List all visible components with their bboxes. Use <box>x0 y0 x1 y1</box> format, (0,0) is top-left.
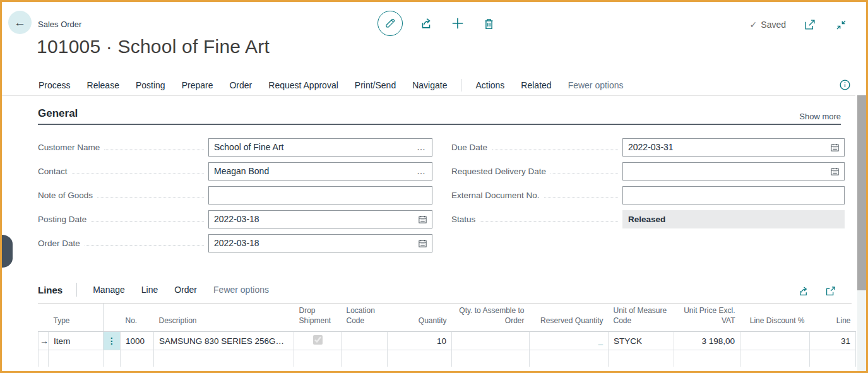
menu-fewer-options[interactable]: Fewer options <box>560 80 632 90</box>
customer-name-label: Customer Name <box>38 143 100 152</box>
menu-actions[interactable]: Actions <box>467 80 513 90</box>
menu-process[interactable]: Process <box>30 80 79 90</box>
col-unit-price[interactable]: Unit Price Excl. VAT <box>674 304 740 332</box>
lines-menu-fewer-options[interactable]: Fewer options <box>205 285 277 295</box>
show-more-link[interactable]: Show more <box>799 112 841 121</box>
col-line-amount[interactable]: Line <box>810 304 856 332</box>
menu-order[interactable]: Order <box>221 80 260 90</box>
menu-release[interactable]: Release <box>79 80 128 90</box>
line-discount-cell[interactable] <box>740 332 810 350</box>
status-label: Status <box>451 215 475 224</box>
col-row-menu <box>104 304 121 332</box>
location-code-cell[interactable] <box>342 332 388 350</box>
menu-request-approval[interactable]: Request Approval <box>260 80 347 90</box>
dotted-leader <box>72 174 204 174</box>
dotted-leader <box>85 246 204 246</box>
menu-related[interactable]: Related <box>513 80 559 90</box>
edit-button[interactable] <box>378 11 403 36</box>
record-action-icons <box>378 11 497 36</box>
page-type-caption: Sales Order <box>38 20 81 29</box>
open-in-new-window-icon <box>804 18 816 31</box>
back-button[interactable]: ← <box>8 11 32 34</box>
delete-button[interactable] <box>481 16 497 32</box>
lines-menu-line[interactable]: Line <box>133 285 166 295</box>
col-no[interactable]: No. <box>121 304 154 332</box>
lines-menu-order[interactable]: Order <box>166 285 205 295</box>
line-amount-cell[interactable]: 31 <box>810 332 856 350</box>
row-marker-cell: → <box>39 332 49 350</box>
menu-navigate[interactable]: Navigate <box>404 80 455 90</box>
back-arrow-icon: ← <box>14 16 26 30</box>
col-line-discount[interactable]: Line Discount % <box>740 304 810 332</box>
drop-shipment-checkbox[interactable] <box>313 335 323 345</box>
col-quantity[interactable]: Quantity <box>388 304 452 332</box>
unit-price-cell[interactable]: 3 198,00 <box>674 332 740 350</box>
minimize-button[interactable] <box>834 18 848 32</box>
col-drop-shipment[interactable]: Drop Shipment <box>294 304 342 332</box>
contact-label: Contact <box>38 167 68 176</box>
col-reserved-quantity[interactable]: Reserved Quantity <box>530 304 609 332</box>
field-posting-date: Posting Date <box>38 207 432 231</box>
menu-posting[interactable]: Posting <box>128 80 174 90</box>
due-date-picker-button[interactable] <box>826 143 844 152</box>
order-date-label: Order Date <box>38 239 80 248</box>
note-of-goods-label: Note of Goods <box>38 191 93 200</box>
external-document-no-input[interactable] <box>623 187 844 204</box>
dotted-leader <box>91 222 204 222</box>
field-due-date: Due Date <box>451 135 845 159</box>
posting-date-label: Posting Date <box>38 215 86 224</box>
no-cell[interactable]: 1000 <box>121 332 154 350</box>
field-note-of-goods: Note of Goods <box>38 183 432 207</box>
lines-menu-manage[interactable]: Manage <box>85 285 133 295</box>
screen-edge-overlay-handle[interactable] <box>2 235 13 268</box>
unit-of-measure-cell[interactable]: STYCK <box>609 332 674 350</box>
save-status: ✓ Saved <box>750 20 786 30</box>
dotted-leader <box>104 150 204 150</box>
col-unit-of-measure[interactable]: Unit of Measure Code <box>609 304 674 332</box>
col-location-code[interactable]: Location Code <box>342 304 388 332</box>
description-cell[interactable]: SAMSUNG 830 SERIES 256GB SS... <box>154 332 294 350</box>
calendar-icon <box>418 239 427 248</box>
due-date-input[interactable] <box>623 139 826 156</box>
row-options-button[interactable]: ⋮ <box>107 336 116 345</box>
status-value: Released <box>622 210 845 228</box>
contact-input[interactable] <box>209 163 411 180</box>
check-icon: ✓ <box>750 20 758 30</box>
field-status: Status Released <box>451 207 845 231</box>
lines-focus-mode-button[interactable] <box>823 284 838 299</box>
order-date-picker-button[interactable] <box>413 239 432 248</box>
col-type[interactable]: Type <box>49 304 104 332</box>
field-requested-delivery-date: Requested Delivery Date <box>451 159 845 183</box>
customer-name-input[interactable] <box>209 139 411 156</box>
col-qty-to-assemble[interactable]: Qty. to Assemble to Order <box>452 304 530 332</box>
field-external-document-no: External Document No. <box>451 183 845 207</box>
field-customer-name: Customer Name … <box>38 135 432 159</box>
quantity-cell[interactable]: 10 <box>388 332 452 350</box>
empty-table-row <box>39 350 856 367</box>
customer-name-assist-button[interactable]: … <box>411 142 432 152</box>
new-record-button[interactable] <box>449 15 466 32</box>
requested-delivery-date-input[interactable] <box>623 163 826 180</box>
reserved-quantity-cell: _ <box>530 332 609 350</box>
contact-assist-button[interactable]: … <box>411 166 432 176</box>
scrollbar-thumb[interactable] <box>857 95 866 290</box>
share-button[interactable] <box>418 15 434 32</box>
col-description[interactable]: Description <box>154 304 294 332</box>
note-of-goods-input[interactable] <box>209 187 432 204</box>
table-row: → Item ⋮ 1000 SAMSUNG 830 SERIES 256GB S… <box>39 332 856 350</box>
posting-date-input[interactable] <box>209 211 413 228</box>
order-date-input[interactable] <box>209 235 413 252</box>
vertical-scrollbar[interactable] <box>857 95 866 371</box>
qty-to-assemble-cell[interactable] <box>452 332 530 350</box>
requested-delivery-date-picker-button[interactable] <box>826 167 844 176</box>
general-section-heading: General <box>38 107 78 120</box>
reserved-quantity-link[interactable]: _ <box>598 336 603 346</box>
open-in-new-window-button[interactable] <box>802 17 817 32</box>
type-cell[interactable]: Item <box>49 332 104 350</box>
menu-prepare[interactable]: Prepare <box>174 80 222 90</box>
info-button[interactable] <box>838 78 852 92</box>
menu-print-send[interactable]: Print/Send <box>347 80 404 90</box>
posting-date-picker-button[interactable] <box>413 215 432 224</box>
plus-icon <box>451 16 465 30</box>
lines-share-button[interactable] <box>796 284 811 299</box>
